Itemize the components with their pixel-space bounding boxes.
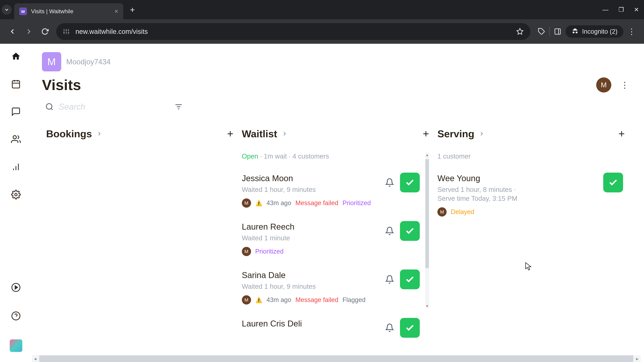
prioritized-label: Prioritized (255, 248, 284, 255)
calendar-icon[interactable] (11, 79, 21, 89)
card-meta: M⚠️43m agoMessage failedPrioritized (242, 198, 422, 208)
analytics-icon[interactable] (11, 162, 21, 172)
svg-point-16 (13, 136, 16, 139)
serve-button[interactable] (400, 318, 420, 338)
column-title[interactable]: Bookings (46, 128, 92, 140)
add-serving-button[interactable]: + (618, 128, 625, 140)
sidepanel-icon[interactable] (554, 28, 561, 35)
column-title[interactable]: Waitlist (242, 128, 277, 140)
upgrade-icon[interactable] (11, 282, 21, 293)
serve-button[interactable] (400, 173, 420, 192)
maximize-icon[interactable]: ❐ (618, 6, 624, 13)
extensions-icon[interactable] (538, 28, 545, 35)
add-waitlist-button[interactable]: + (423, 128, 429, 140)
warning-icon: ⚠️ (255, 200, 262, 206)
scroll-up-icon[interactable]: ▴ (425, 152, 429, 157)
serve-button[interactable] (400, 270, 420, 289)
chevron-right-icon[interactable] (96, 131, 102, 137)
chevron-right-icon[interactable] (282, 131, 288, 137)
svg-point-20 (15, 193, 17, 196)
scrollbar-vertical[interactable]: ▴ ▾ (425, 152, 429, 308)
svg-marker-22 (15, 286, 18, 289)
notify-button[interactable] (385, 178, 394, 187)
workspace-name[interactable]: Moodjoy7434 (66, 58, 110, 66)
page-title: Visits (42, 76, 81, 93)
scroll-right-icon[interactable]: ▸ (634, 356, 641, 362)
column-title[interactable]: Serving (438, 128, 474, 140)
profile-thumbnail[interactable] (10, 339, 22, 352)
notify-button[interactable] (385, 323, 394, 332)
card-meta: M Delayed (438, 207, 625, 217)
tab-search-dropdown[interactable] (2, 5, 12, 15)
browser-chrome: w Visits | Waitwhile × + — ❐ ✕ new.waitw… (0, 0, 644, 44)
scrollbar-horizontal[interactable]: ◂ ▸ (32, 355, 641, 362)
served-time: Served 1 hour, 8 minutes · (438, 186, 625, 193)
add-booking-button[interactable]: + (227, 128, 233, 140)
notify-button[interactable] (385, 275, 394, 284)
browser-menu-icon[interactable]: ⋮ (628, 27, 636, 36)
svg-rect-10 (555, 29, 560, 34)
help-icon[interactable] (11, 311, 21, 321)
status-open-label: Open (242, 152, 258, 160)
scrollbar-thumb-h[interactable] (39, 355, 633, 362)
column-serving: Serving + 1 customer Wee Young Served 1 … (433, 128, 629, 354)
browser-tab[interactable]: w Visits | Waitwhile × (14, 3, 123, 19)
messages-icon[interactable] (11, 107, 21, 117)
column-header-waitlist: Waitlist + (242, 128, 429, 140)
bookmark-icon[interactable] (516, 28, 524, 35)
customer-name: Wee Young (438, 173, 625, 183)
waitlist-card[interactable]: Lauren Cris Deli (242, 314, 422, 340)
address-bar: new.waitwhile.com/visits Incognito (2) ⋮ (0, 19, 644, 44)
message-failed-label: Message failed (296, 199, 338, 207)
serving-card[interactable]: Wee Young Served 1 hour, 8 minutes · Ser… (438, 168, 625, 226)
tab-title: Visits | Waitwhile (31, 8, 111, 14)
breadcrumb: M Moodjoy7434 (42, 52, 629, 71)
site-settings-icon[interactable] (63, 28, 70, 35)
delayed-label: Delayed (451, 208, 474, 216)
new-tab-button[interactable]: + (130, 5, 135, 14)
board-columns: Bookings + Waitlist + (42, 128, 629, 354)
page-menu-icon[interactable]: ⋮ (620, 80, 629, 90)
alert-time: 43m ago (266, 296, 291, 304)
scroll-down-icon[interactable]: ▾ (425, 304, 429, 308)
prioritized-label: Prioritized (342, 199, 371, 207)
filter-icon[interactable] (174, 103, 183, 111)
serve-button[interactable] (400, 221, 420, 241)
back-button[interactable] (8, 27, 16, 35)
url-text: new.waitwhile.com/visits (76, 28, 516, 35)
user-avatar[interactable]: M (596, 77, 611, 92)
forward-button[interactable] (25, 27, 33, 35)
incognito-badge[interactable]: Incognito (2) (566, 25, 623, 38)
main-content: M Moodjoy7434 Visits M ⋮ Bookings (32, 44, 644, 362)
assignee-avatar: M (242, 198, 251, 208)
card-meta: M⚠️43m agoMessage failedFlagged (242, 295, 422, 305)
serving-status: 1 customer (438, 152, 625, 160)
complete-button[interactable] (603, 173, 623, 192)
workspace-badge[interactable]: M (42, 52, 61, 71)
waitlist-card[interactable]: Lauren Reech Waited 1 minute MPrioritize… (242, 217, 422, 265)
tab-close-icon[interactable]: × (114, 7, 118, 15)
scrollbar-thumb[interactable] (425, 159, 429, 268)
reload-button[interactable] (41, 28, 49, 35)
close-window-icon[interactable]: ✕ (634, 6, 639, 13)
customers-icon[interactable] (11, 134, 21, 144)
notify-button[interactable] (385, 226, 394, 236)
serve-start: Serve time Today, 3:15 PM (438, 195, 625, 202)
chevron-right-icon[interactable] (478, 131, 485, 137)
home-icon[interactable] (11, 51, 21, 61)
alert-time: 43m ago (266, 199, 291, 207)
minimize-icon[interactable]: — (602, 6, 608, 13)
card-meta: MPrioritized (242, 247, 422, 256)
settings-icon[interactable] (11, 190, 21, 200)
waitlist-card[interactable]: Jessica Moon Waited 1 hour, 9 minutes M⚠… (242, 168, 422, 217)
url-input[interactable]: new.waitwhile.com/visits (56, 23, 530, 40)
search-input[interactable] (59, 102, 159, 112)
tab-favicon: w (19, 7, 27, 15)
svg-point-25 (46, 104, 52, 109)
message-failed-label: Message failed (296, 296, 338, 304)
scroll-left-icon[interactable]: ◂ (32, 356, 38, 362)
search-icon[interactable] (45, 103, 54, 111)
search-row (42, 102, 629, 112)
assignee-avatar: M (438, 207, 446, 217)
waitlist-card[interactable]: Sarina Dale Waited 1 hour, 9 minutes M⚠️… (242, 265, 422, 314)
